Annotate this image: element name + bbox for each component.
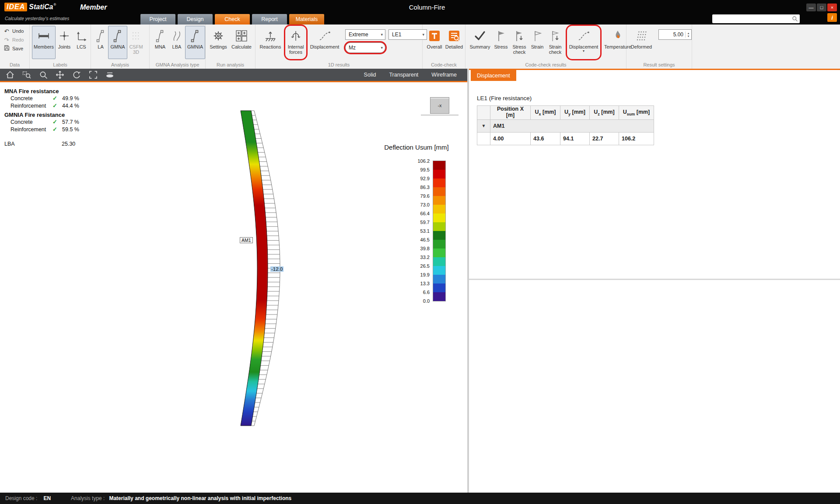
info-button[interactable]: i (827, 13, 837, 22)
legend-tick-label: 0.0 (402, 298, 430, 304)
view-mode-solid[interactable]: Solid (364, 72, 376, 78)
detailed-button[interactable]: Detailed (444, 26, 464, 59)
lcs-button[interactable]: LCS (73, 26, 90, 59)
spin-down-icon[interactable]: ▾ (688, 35, 690, 38)
zoom-window-icon (22, 70, 32, 80)
csfm-3d-label: CSFM 3D (128, 44, 144, 55)
stress-check-label: Stress check (510, 44, 528, 55)
mna-label: MNA (155, 44, 165, 49)
deformed-dots-icon (635, 28, 648, 44)
clipping-plane-button[interactable] (103, 70, 116, 80)
strain-button[interactable]: Strain (529, 26, 546, 59)
window-title: Column-Fire (409, 4, 445, 11)
view-mode-wireframe[interactable]: Wireframe (431, 72, 457, 78)
overall-button[interactable]: Overall (425, 26, 444, 59)
displacement-results-icon (577, 28, 590, 44)
group-label-gmna-type: GMNA Analysis type (150, 62, 205, 69)
result-scale-input[interactable]: 5.00 ▴▾ (658, 29, 692, 40)
deformed-button[interactable]: Deformed (629, 26, 654, 59)
undo-button[interactable]: ↶Undo (2, 27, 27, 35)
overall-check-icon (428, 28, 441, 44)
gmna-button[interactable]: GMNA (108, 26, 127, 59)
fit-screen-icon (88, 70, 98, 80)
legend-color-band (433, 187, 445, 196)
search-box[interactable] (712, 14, 800, 23)
registered-mark: ® (53, 3, 56, 7)
legend-tick-label: 19.9 (402, 272, 430, 277)
mna-button[interactable]: MNA (152, 26, 168, 59)
strain-label: Strain (531, 44, 544, 49)
tab-displacement-results[interactable]: Displacement (471, 70, 516, 81)
la-diagram-icon (95, 28, 106, 44)
stress-button[interactable]: Stress (492, 26, 510, 59)
gmnia-label: GMNIA (187, 44, 203, 49)
legend-tick-label: 53.1 (402, 228, 430, 234)
home-view-button[interactable] (4, 70, 17, 80)
axis-orientation-cube[interactable]: -x (430, 97, 449, 114)
csfm-3d-button: CSFM 3D (127, 26, 145, 59)
stress-check-button[interactable]: Stress check (510, 26, 529, 59)
displacement-results-button[interactable]: Displacement ▾ (567, 26, 600, 59)
reactions-button[interactable]: Reactions (258, 26, 283, 59)
tab-project[interactable]: Project (140, 14, 175, 24)
calculate-button[interactable]: Calculate (229, 26, 254, 59)
close-button[interactable]: × (827, 4, 837, 11)
gmnia-button[interactable]: GMNIA (185, 26, 205, 59)
group-label-result-settings: Result settings (626, 62, 692, 69)
load-case-dropdown[interactable]: LE1 ▾ (388, 29, 427, 40)
minimize-button[interactable]: — (806, 4, 816, 11)
tab-design[interactable]: Design (178, 14, 213, 24)
row-expander[interactable]: ▼ (477, 119, 490, 132)
component-dropdown[interactable]: Mz ▾ (345, 42, 385, 53)
strain-check-button[interactable]: Strain check (546, 26, 565, 59)
tab-check[interactable]: Check (215, 14, 250, 24)
la-button[interactable]: LA (93, 26, 108, 59)
zoom-button[interactable] (37, 70, 50, 80)
info-icon: i (831, 14, 833, 21)
redo-icon: ↷ (3, 37, 10, 43)
rotate-view-button[interactable] (70, 70, 83, 80)
zoom-window-button[interactable] (20, 70, 33, 80)
extreme-dropdown[interactable]: Extreme ▾ (345, 29, 385, 40)
cell-ux: 43.6 (531, 132, 560, 145)
spin-up-icon[interactable]: ▴ (688, 32, 690, 35)
tab-report[interactable]: Report (252, 14, 287, 24)
internal-forces-button[interactable]: Internal forces (285, 26, 306, 59)
reactions-icon (264, 28, 277, 44)
horizontal-splitter[interactable] (469, 279, 840, 280)
legend-color-band (433, 292, 445, 301)
fit-view-button[interactable] (87, 70, 100, 80)
pass-check-icon: ✓ (52, 126, 62, 133)
lba-label: LBA (4, 141, 62, 147)
ribbon-group-gmna-type: MNA LBA GMNIA GMNA Analysis type (150, 24, 206, 69)
tab-materials[interactable]: Materials (289, 14, 324, 24)
maximize-button[interactable]: □ (817, 4, 826, 11)
detailed-check-icon (448, 28, 461, 44)
joints-button[interactable]: Joints (56, 26, 73, 59)
ribbon: ↶Undo ↷Redo Save Data Members Joints LCS (0, 24, 840, 69)
search-input[interactable] (715, 15, 792, 22)
lba-button[interactable]: LBA (168, 26, 185, 59)
group-label-analysis: Analysis (91, 62, 149, 69)
results-panel: Displacement LE1 (Fire resistance) Posit… (469, 69, 840, 493)
view-mode-transparent[interactable]: Transparent (389, 72, 418, 78)
row-label: Reinforcement (10, 126, 52, 133)
pass-check-icon: ✓ (52, 119, 62, 125)
group-label-run: Run analysis (206, 62, 255, 69)
joints-label: Joints (58, 44, 71, 49)
overall-label: Overall (427, 44, 442, 49)
expander-header (477, 106, 490, 120)
gear-icon (212, 28, 224, 44)
component-dropdown-value: Mz (349, 45, 356, 51)
save-button[interactable]: Save (2, 44, 27, 53)
title-bar: IDEA StatiCa ® Member Calculate yesterda… (0, 0, 840, 24)
displacement-1d-button[interactable]: Displacement (308, 26, 341, 59)
viewport-3d[interactable]: MNA Fire resistance Concrete ✓ 49.9 % Re… (0, 82, 467, 493)
settings-button[interactable]: Settings (208, 26, 229, 59)
pan-button[interactable] (53, 70, 66, 80)
deflected-member-view[interactable] (236, 108, 298, 430)
deflected-column[interactable] (241, 111, 268, 426)
summary-button[interactable]: Summary (468, 26, 492, 59)
members-button[interactable]: Members (32, 26, 56, 59)
undo-icon: ↶ (3, 28, 10, 35)
